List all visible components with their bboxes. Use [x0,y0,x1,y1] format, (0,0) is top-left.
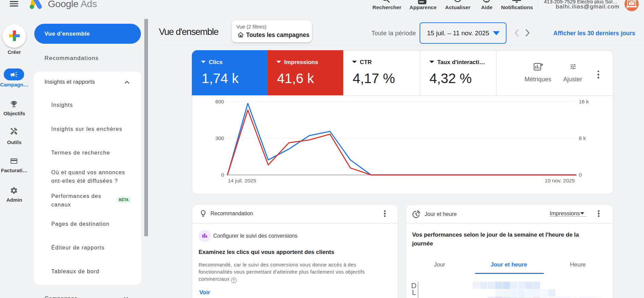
svg-text:600: 600 [215,99,224,104]
svg-text:14 juil. 2025: 14 juil. 2025 [228,178,256,183]
svg-text:0: 0 [221,172,224,178]
svg-text:0: 0 [579,172,582,178]
svg-text:10 nov. 2025: 10 nov. 2025 [545,178,575,183]
svg-text:16 k: 16 k [579,99,589,104]
svg-text:8 k: 8 k [579,135,586,141]
svg-text:300: 300 [215,135,224,141]
